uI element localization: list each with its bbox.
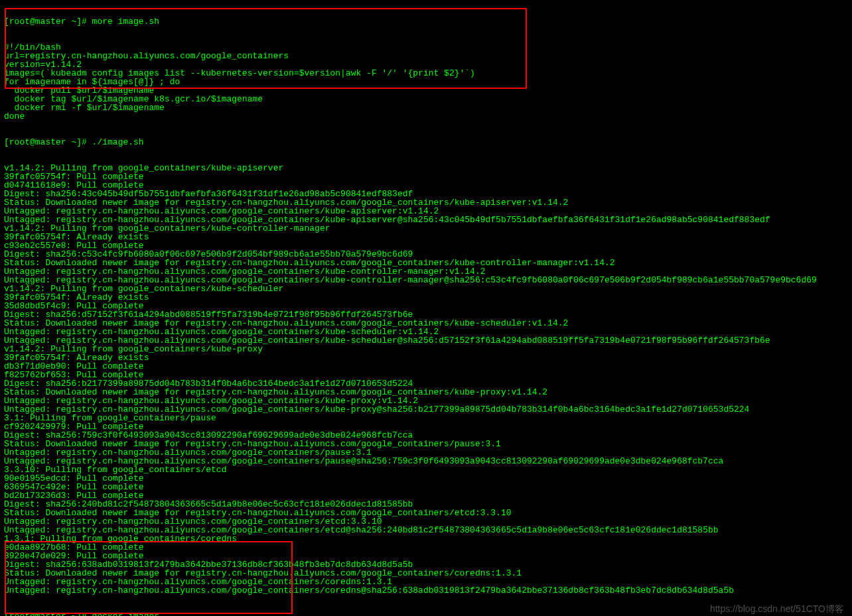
prompt-more: [root@master ~]# more image.sh xyxy=(4,17,848,26)
prompt-run: [root@master ~]# ./image.sh xyxy=(4,138,848,147)
script-line: done xyxy=(4,112,848,121)
terminal[interactable]: [root@master ~]# more image.sh #!/bin/ba… xyxy=(0,0,852,616)
script-block: #!/bin/bashurl=registry.cn-hangzhou.aliy… xyxy=(4,43,848,121)
script-line: docker rmi -f $url/$imagename xyxy=(4,103,848,112)
output-line: Untagged: registry.cn-hangzhou.aliyuncs.… xyxy=(4,586,848,595)
pull-output: v1.14.2: Pulling from google_containers/… xyxy=(4,164,848,595)
script-line: url=registry.cn-hangzhou.aliyuncs.com/go… xyxy=(4,52,848,60)
watermark: https://blog.csdn.net/51CTO博客 xyxy=(710,605,844,613)
